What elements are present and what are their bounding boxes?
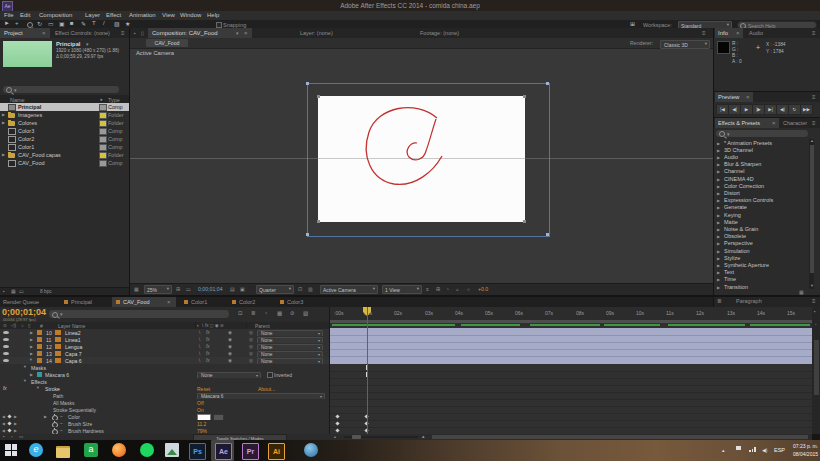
pickwhip-icon[interactable]: ◎ (249, 351, 253, 356)
twirl-icon[interactable]: ▶ (717, 277, 720, 282)
twirl-icon[interactable]: ▶ (717, 249, 720, 254)
twirl-icon[interactable]: ▶ (717, 141, 720, 146)
effects-search-input[interactable]: ▾ (715, 129, 809, 138)
new-folder-icon[interactable]: ▦ (11, 288, 16, 294)
tab-effects-presets[interactable]: Effects & Presets × (715, 118, 779, 128)
effects-category[interactable]: Text (724, 269, 734, 275)
timeline-vscroll-thumb[interactable] (814, 340, 819, 395)
prev-keyframe-icon[interactable]: ◀ (2, 414, 5, 419)
effects-category[interactable]: Distort (724, 190, 740, 196)
twirl-icon[interactable]: ▶ (717, 263, 720, 268)
twirl-icon[interactable]: ▶ (717, 198, 720, 203)
next-keyframe-icon[interactable]: ▶ (14, 428, 17, 433)
zoom-out-mountain-icon[interactable]: ▴ (334, 434, 336, 439)
fx-switch[interactable]: fx (206, 344, 210, 349)
group-label[interactable]: Masks (31, 365, 46, 371)
twirl-icon[interactable]: ▶ (717, 191, 720, 196)
effects-category[interactable]: CINEMA 4D (724, 176, 754, 182)
layer-duration-bars[interactable] (330, 328, 812, 364)
taskbar-photoshop-icon[interactable]: Ps (189, 443, 206, 460)
flowchart-icon[interactable]: ▵ (456, 286, 459, 292)
graph-editor-icon[interactable]: ▨ (303, 310, 308, 316)
mode-switch-icon[interactable]: ◉ (228, 351, 232, 356)
label-chip[interactable] (99, 104, 107, 111)
project-search-input[interactable]: ▾ (2, 85, 120, 94)
effects-category[interactable]: * Animation Presets (724, 140, 772, 146)
mask-visibility-icon[interactable]: ▭ (186, 286, 191, 292)
snapshot-icon[interactable]: ▤ (230, 286, 235, 292)
time-ruler[interactable] (330, 307, 812, 321)
effects-category[interactable]: Matte (724, 219, 738, 225)
project-row-color1[interactable]: Color1 Comp (0, 143, 129, 151)
column-number[interactable]: # (40, 323, 43, 329)
timeline-button-icon[interactable]: ◔ (446, 286, 449, 292)
effects-category[interactable]: 3D Channel (724, 147, 753, 153)
type-tool-icon[interactable]: T (92, 20, 96, 26)
effects-category[interactable]: Expression Controls (724, 197, 773, 203)
property-value[interactable]: 11.2 (197, 421, 206, 427)
mode-switch-icon[interactable]: ◉ (228, 358, 232, 363)
twirl-icon[interactable]: ▶ (717, 184, 720, 189)
menu-edit[interactable]: Edit (20, 12, 30, 18)
project-col-type[interactable]: Type (108, 97, 120, 103)
twirl-icon[interactable]: ▼ (23, 365, 27, 369)
twirl-icon[interactable]: ▶ (717, 270, 720, 275)
tab-info[interactable]: Info × (715, 28, 743, 38)
shape-tool-icon[interactable]: ■ (70, 20, 74, 26)
fx-switch[interactable]: fx (206, 358, 210, 363)
expand-inout-icon[interactable]: ▭ (19, 434, 23, 439)
next-keyframe-icon[interactable]: ▶ (14, 414, 17, 419)
tab-principal[interactable]: Principal (71, 299, 92, 305)
tab-footage[interactable]: Footage: (none) (420, 30, 459, 36)
pickwhip-icon[interactable]: ◎ (249, 330, 253, 335)
effect-name[interactable]: Stroke (45, 386, 60, 392)
panel-lock-icon[interactable]: ▯ (141, 30, 144, 36)
tab-project[interactable]: Project × (0, 28, 50, 38)
menu-animation[interactable]: Animation (129, 12, 156, 18)
twirl-icon[interactable]: ▶ (717, 256, 720, 261)
effects-category[interactable]: Audio (724, 154, 738, 160)
viewer-timecode[interactable]: 0;00;01;04 (198, 286, 223, 292)
layer-name[interactable]: Capa 6 (65, 358, 82, 364)
motion-blur-icon[interactable]: ⊘ (290, 310, 295, 316)
pickwhip-icon[interactable]: ◎ (249, 344, 253, 349)
tray-volume-icon[interactable]: ◀) (762, 447, 768, 453)
chevron-down-icon[interactable]: ▾ (236, 30, 239, 36)
zoom-in-mountain-icon[interactable]: ▲ (421, 434, 425, 439)
prev-keyframe-icon[interactable]: ◀ (2, 421, 5, 426)
taskbar-ie-icon[interactable]: e (29, 443, 43, 457)
quality-switch-icon[interactable]: ∖ (198, 330, 201, 335)
rotation-tool-icon[interactable]: ↻ (37, 20, 42, 27)
selection-handle[interactable] (546, 82, 549, 85)
eye-icon[interactable] (3, 338, 9, 342)
about-link[interactable]: About... (258, 386, 275, 392)
twirl-icon[interactable]: ▶ (30, 344, 33, 349)
effects-category[interactable]: Synthetic Aperture (724, 262, 769, 268)
layer-color-chip[interactable] (37, 330, 42, 335)
keyframe-indicator[interactable] (7, 421, 11, 425)
effects-scroll-thumb[interactable] (810, 145, 814, 273)
keyframe-indicator[interactable] (7, 428, 11, 432)
puppet-tool-icon[interactable]: ★ (125, 20, 130, 27)
close-icon[interactable]: × (167, 299, 171, 305)
paragraph-panel-menu-icon[interactable]: ≡ (812, 298, 816, 304)
layer-name[interactable]: Capa 7 (65, 351, 82, 357)
group-label[interactable]: Effects (31, 379, 47, 385)
comp-button-icon[interactable]: ◔ (814, 322, 817, 327)
scroll-down-icon[interactable]: ▼ (810, 283, 814, 288)
effects-category[interactable]: Blur & Sharpen (724, 161, 761, 167)
project-row-colores[interactable]: ▶ Colores Folder (0, 119, 129, 127)
project-selected-name-caret[interactable]: ▾ (86, 41, 89, 47)
preview-panel-menu-icon[interactable]: ≡ (812, 94, 816, 100)
twirl-icon[interactable]: ▶ (717, 220, 720, 225)
resolution-dropdown[interactable]: Quarter▾ (256, 285, 294, 294)
quality-switch-icon[interactable]: ∖ (198, 351, 201, 356)
effect-enable-fx-icon[interactable]: fx (3, 386, 7, 391)
taskbar-firefox-icon[interactable] (112, 443, 126, 457)
frame-blend-icon[interactable]: ▦ (277, 310, 282, 316)
roi-icon[interactable]: ⊡ (298, 286, 302, 292)
layer-name[interactable]: Linea1 (65, 337, 81, 343)
prev-keyframe-icon[interactable]: ◀ (2, 428, 5, 433)
twirl-icon[interactable]: ▼ (36, 386, 40, 390)
comp-marker-icon[interactable]: ▪ (814, 309, 816, 314)
